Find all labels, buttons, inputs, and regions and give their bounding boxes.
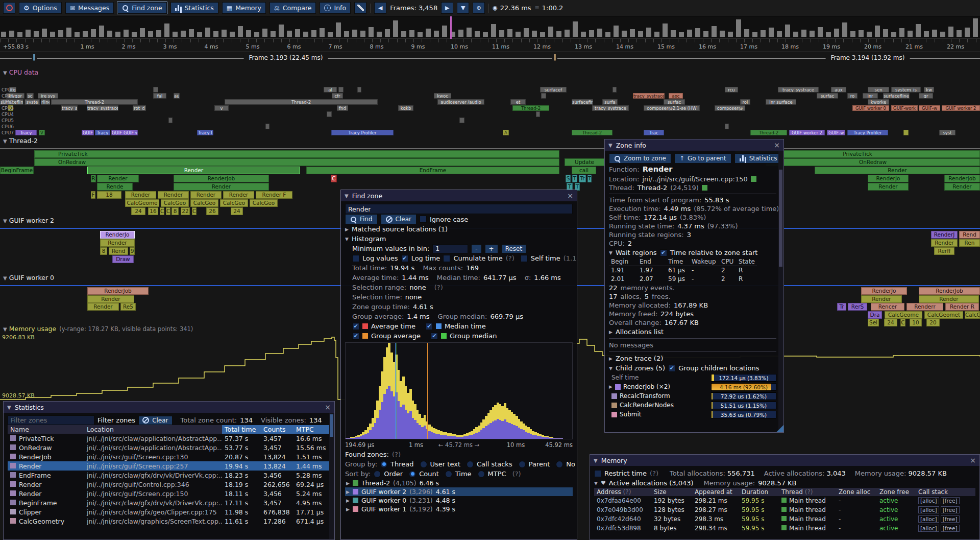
cpu-segment[interactable]: Thread-2 — [51, 99, 138, 105]
order-radio[interactable] — [374, 471, 381, 478]
table-row[interactable]: BeginFramejni/../jni/src/claw/gfx/drv/vk… — [8, 498, 330, 507]
table-row[interactable]: OnRedrawjni/../jni/src/claw/application/… — [8, 443, 330, 452]
column-header-size[interactable]: Size — [651, 488, 692, 496]
timeline-zone[interactable]: Rende — [97, 183, 133, 191]
cpu-segment[interactable]: kwoc — [434, 93, 451, 99]
cpu-segment[interactable]: GUIF-work — [891, 105, 918, 111]
cpu-segment[interactable]: GUIF worker 0 — [852, 105, 889, 111]
timeline-zone[interactable]: T — [587, 175, 592, 182]
timeline-zone[interactable]: RenderJ — [931, 231, 958, 239]
wait-column-time[interactable]: Time — [666, 257, 690, 266]
free-link[interactable]: [free] — [941, 506, 960, 513]
time-relative-checkbox[interactable]: ✔ — [660, 249, 667, 256]
timeline-zone[interactable]: Render — [174, 183, 269, 191]
median-time-checkbox[interactable]: ✔ — [426, 323, 433, 330]
timeline-zone[interactable]: Rencer — [871, 303, 904, 311]
timeline-zone[interactable]: Render R — [945, 303, 979, 311]
matched-locations-toggle[interactable]: ▶Matched source locations (1) — [345, 224, 573, 234]
timeline-zone[interactable]: Draw — [112, 255, 134, 263]
cpu-segment[interactable]: Tracy Profiler — [331, 130, 394, 135]
timeline-zone[interactable]: PrivateTick — [34, 150, 559, 158]
cpu-segment[interactable]: tracy_sys — [61, 105, 78, 111]
timeline-zone[interactable]: Render — [87, 295, 134, 303]
timeline-zone[interactable]: CalcGeo — [965, 311, 980, 319]
cpu-segment[interactable]: syst — [939, 130, 955, 135]
timeline-zone[interactable]: 9 — [130, 247, 135, 255]
collapse-icon[interactable]: ▼ — [594, 458, 598, 463]
table-row[interactable]: Renderjni/../jni/src/guif/Control.cpp:34… — [8, 480, 330, 489]
cpu-segment[interactable]: gr — [919, 93, 933, 99]
cpu-segment[interactable] — [338, 87, 344, 92]
find-zone-histogram[interactable] — [345, 342, 573, 439]
section-header-guif-worker-2[interactable]: ▼GUIF worker 2 — [3, 217, 54, 224]
no-grouping-radio[interactable] — [556, 461, 563, 468]
collapse-icon[interactable]: ▼ — [608, 143, 612, 148]
cpu-segment[interactable]: roi — [740, 99, 750, 105]
allocation-row[interactable]: 0x7dfc53d8988 bytes298.34 ms59.95 sMain … — [594, 524, 975, 533]
cpu-segment[interactable]: surfac — [664, 99, 685, 105]
column-header-counts[interactable]: Counts — [261, 425, 293, 434]
timeline-zone[interactable]: EndFrame — [306, 167, 559, 174]
cpu-segment[interactable]: kgkb — [398, 105, 413, 111]
collapse-icon[interactable]: ▼ — [7, 405, 11, 410]
timeline-zone[interactable]: Tr — [837, 303, 846, 311]
cpu-segment[interactable]: Tracy — [15, 130, 37, 135]
cpu-segment[interactable]: ro — [847, 93, 857, 99]
free-link[interactable]: [free] — [941, 525, 960, 532]
found-zone-group[interactable]: ▶Thread-2(4,105)6.46 s — [345, 479, 573, 487]
increment-button[interactable]: + — [485, 244, 498, 253]
timeline-zone[interactable]: RenderJo — [868, 175, 909, 182]
column-header-thread[interactable]: Thread (?) — [779, 488, 836, 496]
tools-button[interactable] — [354, 2, 366, 14]
timeline-zone[interactable]: RenderJob — [944, 175, 980, 182]
active-allocations-toggle[interactable]: ▼ ♥ Active allocations (3,043) Memory us… — [594, 478, 975, 488]
cumulate-time-checkbox[interactable] — [443, 255, 450, 262]
cpu-segment[interactable]: surfa — [602, 99, 618, 105]
cpu-segment[interactable]: tracy_systrace — [592, 105, 629, 111]
close-icon[interactable]: × — [325, 404, 331, 411]
section-header-cpu-data[interactable]: ▼CPU data — [3, 68, 38, 76]
cpu-segment[interactable]: rot_d — [133, 105, 146, 111]
cpu-segment[interactable]: rline — [41, 99, 50, 105]
cpu-segment[interactable]: composer@ — [715, 105, 745, 111]
cpu-segment[interactable]: sc — [27, 93, 34, 99]
info-button[interactable]: Info — [320, 2, 351, 14]
average-time-checkbox[interactable]: ✔ — [352, 323, 359, 330]
wait-column-end[interactable]: End — [638, 257, 666, 266]
timeline-zone[interactable]: Renderr — [906, 303, 943, 311]
find-button[interactable]: Find — [345, 214, 378, 224]
cpu-segment[interactable]: inr surface — [766, 99, 796, 105]
cpu-segment[interactable]: tracy_systrace — [778, 87, 819, 92]
mtpc-radio[interactable] — [478, 471, 485, 478]
timeline-zone[interactable]: 8 — [100, 247, 107, 255]
cpu-segment[interactable]: GUIF — [82, 130, 94, 135]
column-header-appeared-at[interactable]: Appeared at — [692, 488, 739, 496]
group-average-checkbox[interactable]: ✔ — [352, 333, 359, 340]
timeline-zone[interactable]: Render — [944, 183, 980, 191]
table-row[interactable]: Clipperjni/../jni/src/claw/gfx/geo/Clipp… — [8, 507, 330, 516]
timeline-zone[interactable]: Re5 — [120, 303, 136, 311]
timeline-zone[interactable]: Render — [87, 167, 300, 174]
timeline-zone[interactable]: Render — [100, 239, 135, 247]
cpu-segment[interactable] — [612, 87, 617, 92]
find-zone-titlebar[interactable]: ▼ Find zone × — [341, 190, 577, 201]
cpu-segment[interactable]: rcu — [725, 87, 738, 92]
cpu-segment[interactable] — [265, 124, 270, 129]
power-button[interactable] — [3, 2, 15, 14]
group-median-checkbox[interactable]: ✔ — [431, 333, 438, 340]
timeline-zone[interactable]: Render — [190, 191, 222, 199]
column-header-zone-alloc[interactable]: Zone alloc — [836, 488, 877, 496]
timeline-zone[interactable]: 16 — [148, 207, 158, 215]
cpu-segment[interactable] — [168, 118, 173, 123]
timeline-zone[interactable]: R — [91, 175, 96, 182]
cpu-segment[interactable]: kworke — [868, 99, 889, 105]
cpu-segment[interactable]: aoc — [669, 93, 683, 99]
cpu-segment[interactable]: inr — [863, 93, 878, 99]
alloc-link[interactable]: [alloc] — [918, 506, 939, 513]
child-zone-row[interactable]: Self time172.14 μs (3.83%) — [609, 373, 776, 382]
messages-button[interactable]: Messages — [65, 2, 114, 14]
cpu-segment[interactable]: cfr — [332, 93, 343, 99]
timeline-zone[interactable]: CalcGeo — [161, 199, 189, 207]
scrollbar[interactable] — [329, 413, 334, 539]
timeline-zone[interactable]: 18 — [97, 191, 121, 199]
